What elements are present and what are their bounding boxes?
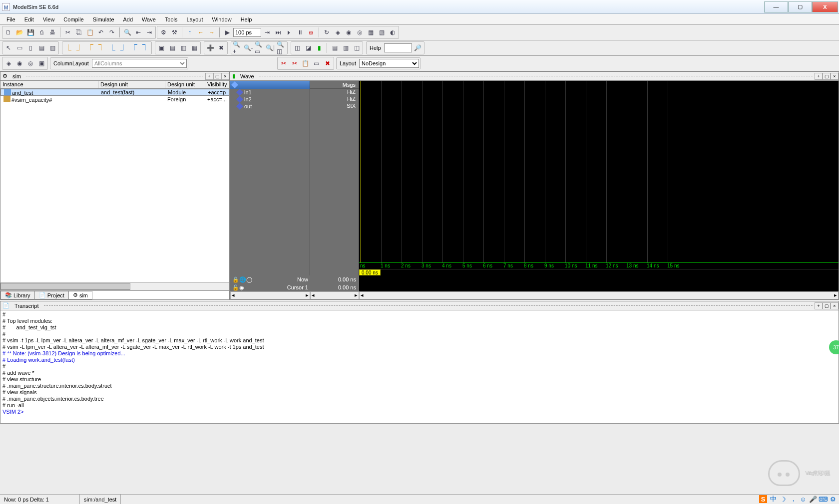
cut-icon[interactable]: ✂ — [63, 27, 73, 37]
find-prev-icon[interactable]: ⇤ — [133, 27, 143, 37]
find-next-icon[interactable]: ⇥ — [144, 27, 154, 37]
view6-icon[interactable]: ◫ — [352, 43, 362, 53]
menu-layout[interactable]: Layout — [182, 15, 208, 23]
tool-f-icon[interactable]: ◐ — [388, 27, 398, 37]
sim-row[interactable]: #vsim_capacity#Foreign+acc=... — [0, 96, 229, 103]
layout-select[interactable]: NoDesign — [359, 59, 419, 68]
cut2-icon[interactable]: ✂ — [290, 58, 300, 68]
compile-icon[interactable]: ⚙ — [158, 27, 168, 37]
new-icon[interactable]: 🗋 — [3, 27, 13, 37]
tool-b-icon[interactable]: ◉ — [344, 27, 354, 37]
edge4-icon[interactable]: ⏋ — [96, 43, 106, 53]
sim-tree[interactable]: and_testand_test(fast)Module+acc=p#vsim_… — [0, 89, 229, 282]
compile-all-icon[interactable]: ⚒ — [169, 27, 179, 37]
edge8-icon[interactable]: ⏋ — [140, 43, 150, 53]
tool2c-icon[interactable]: ▤ — [36, 43, 46, 53]
run-time-input[interactable] — [233, 28, 261, 37]
tray-mic-icon[interactable]: 🎤 — [809, 495, 817, 503]
cut-red-icon[interactable]: ✂ — [279, 58, 289, 68]
step-back-icon[interactable]: ← — [196, 27, 206, 37]
wave-tool-icons2[interactable]: 🔓◉ — [232, 284, 244, 291]
paste-icon[interactable]: 📋 — [85, 27, 95, 37]
zoom-cursor-icon[interactable]: 🔍| — [265, 43, 275, 53]
zoom-in-icon[interactable]: 🔍+ — [232, 43, 242, 53]
restart-icon[interactable]: ↻ — [322, 27, 332, 37]
sim-tab-sim[interactable]: ⚙sim — [68, 291, 92, 299]
sim-tab-library[interactable]: 📚Library — [0, 291, 35, 299]
tray-punct-icon[interactable]: ， — [789, 495, 797, 503]
menu-view[interactable]: View — [38, 15, 59, 23]
save-icon[interactable]: 💾 — [25, 27, 35, 37]
break-icon[interactable]: ⏸ — [295, 27, 305, 37]
tool2a-icon[interactable]: ▭ — [14, 43, 24, 53]
tray-moon-icon[interactable]: ☽ — [779, 495, 787, 503]
add-wave-icon[interactable]: ➕ — [205, 43, 215, 53]
waveform-display[interactable]: ns1 ns2 ns3 ns4 ns5 ns6 ns7 ns8 ns9 ns10… — [359, 81, 839, 275]
sim-hscroll[interactable] — [0, 282, 229, 290]
transcript-body[interactable]: ## Top level modules:# and_test_vlg_tst#… — [0, 310, 839, 423]
menu-wave[interactable]: Wave — [137, 15, 160, 23]
panel-close-icon[interactable]: × — [221, 73, 229, 80]
save-all-icon[interactable]: ⎙ — [36, 27, 46, 37]
zoom-full-icon[interactable]: 🔍▭ — [254, 43, 264, 53]
print-icon[interactable]: 🖶 — [47, 27, 57, 37]
cursor-value-box[interactable]: 0.00 ns — [359, 269, 381, 275]
zoom-out-icon[interactable]: 🔍- — [243, 43, 253, 53]
ts-close-icon[interactable]: × — [831, 302, 839, 309]
view4-icon[interactable]: ▤ — [330, 43, 340, 53]
wave-pin-icon[interactable]: + — [815, 73, 823, 80]
tray-lang-icon[interactable]: 中 — [769, 495, 777, 503]
column-layout-select[interactable]: AllColumns — [92, 59, 187, 68]
edge6-icon[interactable]: ⏌ — [118, 43, 128, 53]
select-icon[interactable]: ↖ — [3, 43, 13, 53]
view5-icon[interactable]: ▥ — [341, 43, 351, 53]
close-button[interactable]: X — [812, 1, 838, 12]
ts-pin-icon[interactable]: + — [815, 302, 823, 309]
tool-e-icon[interactable]: ▧ — [377, 27, 387, 37]
group4-icon[interactable]: ▦ — [189, 43, 199, 53]
zoom-area-icon[interactable]: 🔍◫ — [276, 43, 286, 53]
tray-ime-icon[interactable]: S — [759, 495, 767, 503]
copy-icon[interactable]: ⿻ — [74, 27, 84, 37]
step-fwd-icon[interactable]: → — [207, 27, 217, 37]
layout3-icon[interactable]: ◎ — [25, 58, 35, 68]
menu-edit[interactable]: Edit — [20, 15, 38, 23]
signal-row[interactable]: in2 — [230, 96, 310, 103]
group2-icon[interactable]: ▤ — [167, 43, 177, 53]
tool2b-icon[interactable]: ▯ — [25, 43, 35, 53]
run-step-icon[interactable]: ⇥ — [262, 27, 272, 37]
tool-d-icon[interactable]: ▦ — [366, 27, 376, 37]
view3-icon[interactable]: ▮ — [314, 43, 324, 53]
sim-col-header[interactable]: Visibility — [205, 81, 228, 88]
wave-tool-icons[interactable]: 🔒🌐◯ — [232, 276, 252, 283]
tool2d-icon[interactable]: ▥ — [47, 43, 57, 53]
sim-col-header[interactable]: Instance — [0, 81, 98, 88]
help-input[interactable] — [384, 43, 412, 52]
view2-icon[interactable]: ◪ — [303, 43, 313, 53]
layout1-icon[interactable]: ◈ — [3, 58, 13, 68]
wave-scrollbars[interactable]: ◂▸ ◂▸ ◂▸ — [230, 291, 839, 299]
group3-icon[interactable]: ▥ — [178, 43, 188, 53]
ts-max-icon[interactable]: ▢ — [823, 302, 831, 309]
edge1-icon[interactable]: ⎿ — [63, 43, 73, 53]
menu-file[interactable]: File — [2, 15, 20, 23]
open-icon[interactable]: 📂 — [14, 27, 24, 37]
run-icon[interactable]: ▶ — [222, 27, 232, 37]
run-continue-icon[interactable]: ⏵ — [284, 27, 294, 37]
menu-window[interactable]: Window — [208, 15, 236, 23]
menu-add[interactable]: Add — [119, 15, 138, 23]
menu-tools[interactable]: Tools — [160, 15, 182, 23]
panel-max-icon[interactable]: ▢ — [213, 73, 221, 80]
edge2-icon[interactable]: ⏌ — [74, 43, 84, 53]
panel-pin-icon[interactable]: + — [205, 73, 213, 80]
tray-emoji-icon[interactable]: ☺ — [799, 495, 807, 503]
wave-close-icon[interactable]: × — [831, 73, 839, 80]
sim-row[interactable]: and_testand_test(fast)Module+acc=p — [0, 89, 229, 96]
step-up-icon[interactable]: ↑ — [185, 27, 195, 37]
view1-icon[interactable]: ◫ — [292, 43, 302, 53]
run-all-icon[interactable]: ⏭ — [273, 27, 283, 37]
find-icon[interactable]: 🔍 — [122, 27, 132, 37]
redo-icon[interactable]: ↷ — [107, 27, 117, 37]
layout2-icon[interactable]: ◉ — [14, 58, 24, 68]
signal-row[interactable]: out — [230, 103, 310, 110]
